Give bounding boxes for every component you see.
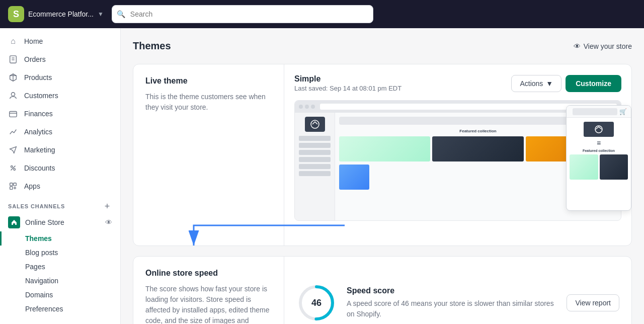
store-nav-home [299, 136, 331, 141]
eye-icon[interactable]: 👁 [105, 218, 112, 226]
speed-description: The score shows how fast your store is l… [145, 284, 272, 324]
shopify-logo: S [8, 6, 24, 22]
mobile-featured-title: Featured collection [567, 149, 631, 152]
mobile-preview: 🛒 ≡ Featured collection [566, 105, 631, 211]
sidebar-item-analytics[interactable]: Analytics [0, 123, 120, 141]
svg-rect-6 [10, 112, 17, 117]
mobile-topbar: 🛒 [567, 106, 631, 118]
speed-info-left: Online store speed The score shows how f… [133, 257, 284, 324]
sidebar-item-blog-posts[interactable]: Blog posts [0, 246, 120, 260]
sidebar-item-marketing[interactable]: Marketing [0, 141, 120, 159]
sidebar-item-customers[interactable]: Customers [0, 87, 120, 105]
sidebar-label-customers: Customers [24, 92, 58, 100]
live-theme-info: Live theme This is the theme customers s… [133, 64, 284, 246]
theme-name: Simple [294, 74, 401, 84]
navigation-label: Navigation [25, 277, 58, 285]
svg-point-9 [14, 169, 16, 171]
finances-icon [8, 109, 18, 119]
svg-rect-12 [14, 183, 16, 186]
mobile-product-1 [570, 154, 598, 180]
browser-dot-red [299, 105, 303, 109]
view-report-label: View report [575, 299, 611, 307]
sidebar-item-home[interactable]: ⌂ Home [0, 32, 120, 50]
search-input[interactable] [112, 5, 373, 23]
view-store-button[interactable]: 👁 View your store [574, 42, 632, 50]
svg-rect-0 [10, 56, 17, 63]
actions-dropdown-icon: ▼ [546, 79, 553, 88]
main-nav: ⌂ Home Orders Products Customers [0, 28, 120, 320]
sidebar-item-apps[interactable]: Apps [0, 177, 120, 195]
themes-label: Themes [25, 234, 52, 242]
sidebar-item-finances[interactable]: Finances [0, 105, 120, 123]
product-1 [339, 136, 430, 161]
svg-text:46: 46 [311, 298, 321, 308]
online-store-icon [8, 216, 20, 228]
view-report-button[interactable]: View report [567, 294, 619, 311]
sales-channels-header: SALES CHANNELS + [0, 195, 120, 213]
sidebar-label-home: Home [24, 37, 43, 45]
speed-gauge: 46 [296, 283, 337, 323]
preferences-label: Preferences [25, 305, 63, 313]
home-icon: ⌂ [8, 36, 18, 46]
sidebar-item-discounts[interactable]: Discounts [0, 159, 120, 177]
search-bar: 🔍 [112, 5, 373, 23]
speed-desc: A speed score of 46 means your store is … [347, 298, 556, 319]
speed-section-title: Online store speed [145, 269, 272, 278]
actions-button[interactable]: Actions ▼ [511, 75, 561, 92]
svg-line-10 [11, 166, 16, 171]
add-sales-channel-button[interactable]: + [102, 201, 112, 211]
speed-info-right: Speed score A speed score of 46 means yo… [347, 286, 556, 319]
sidebar-label-analytics: Analytics [24, 128, 52, 136]
theme-meta: Simple Last saved: Sep 14 at 08:01 pm ED… [294, 74, 401, 92]
page-header: Themes 👁 View your store [133, 40, 632, 52]
apps-icon [8, 181, 18, 191]
speed-title: Speed score [347, 286, 556, 295]
sidebar-item-domains[interactable]: Domains [0, 288, 120, 302]
mobile-search-bar [573, 108, 617, 115]
discounts-icon [8, 163, 18, 173]
app-layout: ⌂ Home Orders Products Customers [0, 28, 644, 324]
blog-posts-label: Blog posts [25, 249, 58, 257]
sidebar-label-finances: Finances [24, 110, 53, 118]
sidebar-item-pages[interactable]: Pages [0, 260, 120, 274]
sidebar-item-preferences[interactable]: Preferences [0, 302, 120, 316]
svg-point-8 [11, 166, 13, 168]
online-store-link[interactable]: Online Store [8, 216, 64, 228]
sidebar-item-themes[interactable]: Themes [0, 231, 120, 246]
store-nav-blog [299, 164, 331, 169]
customers-icon [8, 91, 18, 101]
svg-rect-11 [10, 183, 13, 186]
analytics-icon [8, 127, 18, 137]
live-theme-description: This is the theme customers see when the… [145, 92, 272, 113]
sidebar-item-orders[interactable]: Orders [0, 50, 120, 68]
brand-selector[interactable]: S Ecommerce Platfor... ▼ [8, 6, 104, 22]
main-content: Themes 👁 View your store Live theme This… [121, 28, 644, 324]
products-icon [8, 72, 18, 83]
sidebar-item-products[interactable]: Products [0, 68, 120, 87]
orders-icon [8, 54, 18, 64]
svg-point-5 [11, 93, 15, 96]
mobile-product-grid [567, 154, 631, 180]
domains-label: Domains [25, 291, 53, 299]
sidebar: ⌂ Home Orders Products Customers [0, 28, 121, 324]
customize-label: Customize [576, 79, 611, 88]
pages-label: Pages [25, 263, 45, 271]
customize-button[interactable]: Customize [566, 75, 621, 92]
theme-actions: Actions ▼ Customize [511, 75, 621, 92]
mobile-product-2 [600, 154, 628, 180]
live-theme-section-title: Live theme [145, 76, 272, 86]
sidebar-item-navigation[interactable]: Navigation [0, 274, 120, 288]
sidebar-label-apps: Apps [24, 182, 40, 190]
browser-dot-green [311, 105, 315, 109]
cart-icon: 🛒 [619, 108, 627, 115]
browser-dot-yellow [305, 105, 309, 109]
store-nav-catalog [299, 143, 331, 148]
eye-view-icon: 👁 [574, 42, 581, 50]
store-nav-stores [299, 171, 331, 176]
theme-saved: Last saved: Sep 14 at 08:01 pm EDT [294, 85, 401, 92]
sidebar-label-discounts: Discounts [24, 164, 55, 172]
marketing-icon [8, 145, 18, 155]
search-icon: 🔍 [117, 10, 125, 18]
page-title: Themes [133, 40, 171, 52]
brand-name: Ecommerce Platfor... [28, 10, 94, 18]
